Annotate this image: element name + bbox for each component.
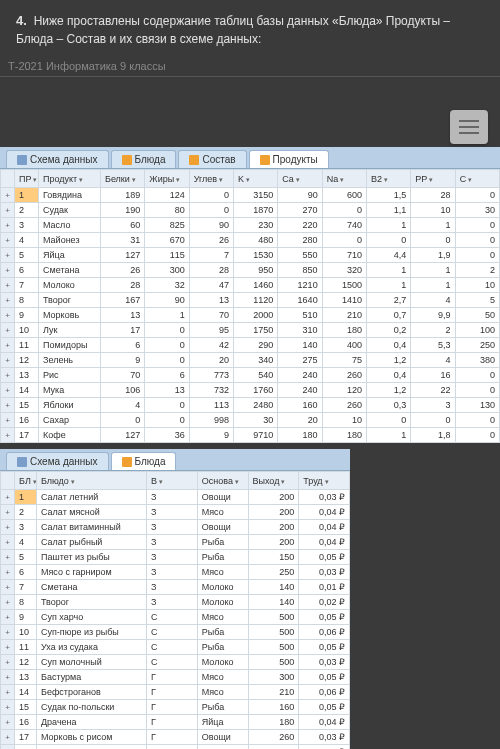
- cell[interactable]: 10: [15, 323, 39, 338]
- cell[interactable]: 500: [248, 640, 299, 655]
- cell[interactable]: Рыба: [197, 550, 248, 565]
- cell[interactable]: С: [147, 640, 198, 655]
- cell[interactable]: 1750: [233, 323, 277, 338]
- cell[interactable]: 0,04 ₽: [299, 520, 350, 535]
- cell[interactable]: 200: [248, 490, 299, 505]
- cell[interactable]: 260: [248, 730, 299, 745]
- cell[interactable]: 26: [101, 263, 145, 278]
- cell[interactable]: 300: [145, 263, 189, 278]
- cell[interactable]: 290: [233, 338, 277, 353]
- cell[interactable]: Рыба: [197, 700, 248, 715]
- cell[interactable]: 10: [411, 203, 455, 218]
- cell[interactable]: 70: [189, 308, 233, 323]
- expand-row-icon[interactable]: +: [1, 655, 15, 670]
- table-row[interactable]: +16Сахар00998302010000: [1, 413, 500, 428]
- cell[interactable]: 95: [189, 323, 233, 338]
- table-row[interactable]: +4Майонез31670264802800000: [1, 233, 500, 248]
- cell[interactable]: 1: [411, 218, 455, 233]
- cell[interactable]: 9,9: [411, 308, 455, 323]
- cell[interactable]: 5,3: [411, 338, 455, 353]
- cell[interactable]: 0,04 ₽: [299, 745, 350, 750]
- cell[interactable]: 127: [101, 428, 145, 443]
- cell[interactable]: 28: [101, 278, 145, 293]
- cell[interactable]: 400: [322, 338, 366, 353]
- cell[interactable]: 0,3: [366, 398, 410, 413]
- cell[interactable]: 127: [101, 248, 145, 263]
- cell[interactable]: 1: [366, 278, 410, 293]
- expand-row-icon[interactable]: +: [1, 248, 15, 263]
- cell[interactable]: Г: [147, 700, 198, 715]
- products-grid[interactable]: ПР▾Продукт▾Белки▾Жиры▾Углев▾K▾Ca▾Na▾B2▾P…: [0, 169, 500, 443]
- cell[interactable]: 6: [101, 338, 145, 353]
- cell[interactable]: 0: [455, 188, 499, 203]
- cell[interactable]: 0: [455, 428, 499, 443]
- expand-row-icon[interactable]: +: [1, 218, 15, 233]
- table-row[interactable]: +12Зелень9020340275751,24380: [1, 353, 500, 368]
- column-header[interactable]: [1, 170, 15, 188]
- cell[interactable]: 17: [101, 323, 145, 338]
- cell[interactable]: З: [147, 535, 198, 550]
- cell[interactable]: Рыба: [197, 535, 248, 550]
- cell[interactable]: Суп-пюре из рыбы: [37, 625, 147, 640]
- cell[interactable]: 0,05 ₽: [299, 610, 350, 625]
- cell[interactable]: 1640: [278, 293, 322, 308]
- cell[interactable]: 310: [278, 323, 322, 338]
- cell[interactable]: 0,05 ₽: [299, 670, 350, 685]
- cell[interactable]: 20: [189, 353, 233, 368]
- table-row[interactable]: +17Кофе127369971018018011,80: [1, 428, 500, 443]
- cell[interactable]: 4: [15, 535, 37, 550]
- table-row[interactable]: +11Помидоры60422901404000,45,3250: [1, 338, 500, 353]
- table-row[interactable]: +5Яйца127115715305507104,41,90: [1, 248, 500, 263]
- cell[interactable]: Молоко: [197, 580, 248, 595]
- cell[interactable]: Зелень: [39, 353, 101, 368]
- column-header[interactable]: [1, 472, 15, 490]
- table-row[interactable]: +3Масло6082590230220740110: [1, 218, 500, 233]
- cell[interactable]: З: [147, 505, 198, 520]
- tab-продукты[interactable]: Продукты: [249, 150, 329, 168]
- cell[interactable]: 732: [189, 383, 233, 398]
- table-row[interactable]: +18СырникиГМолоко2200,04 ₽: [1, 745, 350, 750]
- table-row[interactable]: +10Суп-пюре из рыбыСРыба5000,06 ₽: [1, 625, 350, 640]
- column-header[interactable]: Углев▾: [189, 170, 233, 188]
- cell[interactable]: 1,8: [411, 428, 455, 443]
- column-header[interactable]: Ca▾: [278, 170, 322, 188]
- cell[interactable]: 16: [15, 413, 39, 428]
- cell[interactable]: 825: [145, 218, 189, 233]
- cell[interactable]: 773: [189, 368, 233, 383]
- cell[interactable]: 5: [15, 248, 39, 263]
- cell[interactable]: 5: [15, 550, 37, 565]
- cell[interactable]: Г: [147, 670, 198, 685]
- cell[interactable]: Яблоки: [39, 398, 101, 413]
- table-row[interactable]: +1Салат летнийЗОвощи2000,03 ₽: [1, 490, 350, 505]
- cell[interactable]: 1870: [233, 203, 277, 218]
- expand-row-icon[interactable]: +: [1, 685, 15, 700]
- expand-row-icon[interactable]: +: [1, 730, 15, 745]
- cell[interactable]: 1: [15, 188, 39, 203]
- column-header[interactable]: Жиры▾: [145, 170, 189, 188]
- cell[interactable]: 0: [455, 413, 499, 428]
- expand-row-icon[interactable]: +: [1, 505, 15, 520]
- expand-row-icon[interactable]: +: [1, 338, 15, 353]
- cell[interactable]: Молоко: [197, 745, 248, 750]
- cell[interactable]: 14: [15, 383, 39, 398]
- expand-row-icon[interactable]: +: [1, 670, 15, 685]
- table-row[interactable]: +14Мука1061373217602401201,2220: [1, 383, 500, 398]
- cell[interactable]: 28: [411, 188, 455, 203]
- cell[interactable]: Мясо: [197, 565, 248, 580]
- expand-row-icon[interactable]: +: [1, 323, 15, 338]
- cell[interactable]: 47: [189, 278, 233, 293]
- cell[interactable]: Помидоры: [39, 338, 101, 353]
- cell[interactable]: 106: [101, 383, 145, 398]
- cell[interactable]: 13: [15, 368, 39, 383]
- expand-row-icon[interactable]: +: [1, 490, 15, 505]
- table-row[interactable]: +2Салат мяснойЗМясо2000,04 ₽: [1, 505, 350, 520]
- cell[interactable]: Морковь с рисом: [37, 730, 147, 745]
- cell[interactable]: 0,04 ₽: [299, 535, 350, 550]
- cell[interactable]: 120: [322, 383, 366, 398]
- cell[interactable]: 0: [455, 218, 499, 233]
- cell[interactable]: 3: [15, 218, 39, 233]
- table-row[interactable]: +12Суп молочныйСМолоко5000,03 ₽: [1, 655, 350, 670]
- cell[interactable]: 5: [455, 293, 499, 308]
- cell[interactable]: Паштет из рыбы: [37, 550, 147, 565]
- table-row[interactable]: +4Салат рыбныйЗРыба2000,04 ₽: [1, 535, 350, 550]
